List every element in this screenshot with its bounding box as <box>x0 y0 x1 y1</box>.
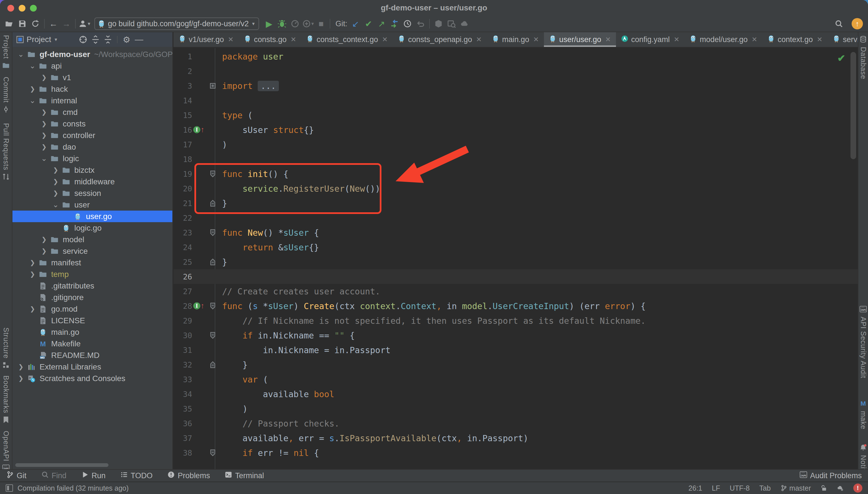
forward-icon[interactable]: → <box>60 18 73 30</box>
tree-item-manifest[interactable]: ❯manifest <box>13 257 173 268</box>
override-up-arrow-icon[interactable]: ↑ <box>201 302 204 310</box>
chevron-right-icon[interactable]: ❯ <box>38 236 50 243</box>
undo-icon[interactable] <box>414 18 427 30</box>
tab-v1-user.go[interactable]: v1/user.go✕ <box>174 32 239 47</box>
stripe-item-bookmarks[interactable]: Bookmarks <box>0 376 12 424</box>
tree-item-makefile[interactable]: MMakefile <box>13 338 173 349</box>
close-icon[interactable]: ✕ <box>476 36 482 43</box>
line-number[interactable]: 34 <box>174 390 192 399</box>
chevron-right-icon[interactable]: ❯ <box>38 144 50 151</box>
fold-minus-icon[interactable] <box>210 332 216 339</box>
line-number[interactable]: 15 <box>174 111 192 120</box>
tree-item-dao[interactable]: ❯dao <box>13 141 173 153</box>
file-encoding[interactable]: UTF-8 <box>729 484 749 492</box>
profiler-icon[interactable] <box>289 18 302 30</box>
line-number[interactable]: 31 <box>174 346 192 355</box>
tree-item-scratches-and-consoles[interactable]: ❯Scratches and Consoles <box>13 373 173 384</box>
stripe-item-project[interactable]: Project <box>0 35 12 70</box>
update-available-badge[interactable]: ↑ <box>852 18 863 30</box>
hide-icon[interactable]: — <box>133 33 145 46</box>
tree-item-logic[interactable]: ⌄logic <box>13 153 173 164</box>
fold-minus-icon[interactable] <box>210 303 216 309</box>
chevron-right-icon[interactable]: ❯ <box>27 271 38 278</box>
layout-icon[interactable] <box>6 484 13 492</box>
error-notification-badge[interactable]: ! <box>853 483 862 493</box>
stripe-item-structure[interactable]: Structure <box>0 327 12 370</box>
save-icon[interactable] <box>16 18 29 30</box>
tree-item-temp[interactable]: ❯temp <box>13 268 173 280</box>
chevron-right-icon[interactable]: ❯ <box>50 167 61 174</box>
tree-item-gf-demo-user[interactable]: ⌄gf-demo-user~/Workspace/Go/GOPA <box>13 49 173 60</box>
line-number[interactable]: 23 <box>174 228 192 237</box>
tree-item-external-libraries[interactable]: ❯External Libraries <box>13 361 173 373</box>
git-push-icon[interactable]: ↗ <box>375 18 388 30</box>
line-number[interactable]: 28 <box>174 302 192 310</box>
stripe-item-openapi[interactable]: OpenAPI/API <box>0 431 12 473</box>
close-icon[interactable]: ✕ <box>674 36 679 43</box>
chevron-right-icon[interactable]: ❯ <box>38 132 50 139</box>
line-number[interactable]: 29 <box>174 317 192 325</box>
implemented-marker-icon[interactable]: I <box>193 126 200 133</box>
tab-user-user.go[interactable]: user/user.go✕ <box>544 32 616 47</box>
caret-position[interactable]: 26:1 <box>689 484 702 492</box>
cloud-settings-icon[interactable] <box>837 485 844 492</box>
tree-item-middleware[interactable]: ❯middleware <box>13 176 173 187</box>
fold-end-icon[interactable] <box>210 259 216 265</box>
close-icon[interactable]: ✕ <box>382 36 388 43</box>
status-message[interactable]: Compilation failed (32 minutes ago) <box>18 484 129 492</box>
chevron-right-icon[interactable]: ❯ <box>27 305 38 313</box>
line-number[interactable]: 20 <box>174 184 192 193</box>
user-icon[interactable]: ▾ <box>78 18 91 30</box>
play-icon[interactable]: ▶ <box>263 18 275 30</box>
chevron-right-icon[interactable]: ❯ <box>27 259 38 266</box>
toolwindow-button-find[interactable]: Find <box>41 471 67 480</box>
toolwindow-button-git[interactable]: Git <box>6 471 26 480</box>
lock-icon[interactable] <box>820 485 827 492</box>
tree-item-readme.md[interactable]: MDREADME.MD <box>13 349 173 361</box>
project-panel-title[interactable]: Project <box>26 35 51 44</box>
locate-icon[interactable] <box>77 33 89 46</box>
line-number[interactable]: 17 <box>174 140 192 149</box>
tree-item-api[interactable]: ⌄api <box>13 60 173 72</box>
line-number[interactable]: 27 <box>174 287 192 296</box>
stripe-item-pull-requests[interactable]: Pull Requests <box>0 123 12 182</box>
tree-item-internal[interactable]: ⌄internal <box>13 95 173 107</box>
chevron-down-icon[interactable]: ⌄ <box>38 154 50 163</box>
run-configuration-select[interactable]: go build github.com/gogf/gf-demo-user/v2… <box>94 18 259 30</box>
history-icon[interactable] <box>401 18 414 30</box>
tab-consts-openapi.go[interactable]: consts_openapi.go✕ <box>393 32 487 47</box>
implemented-marker-icon[interactable]: I <box>193 302 200 309</box>
chevron-down-icon[interactable]: ⌄ <box>15 50 26 59</box>
back-icon[interactable]: ← <box>47 18 60 30</box>
line-number[interactable]: 19 <box>174 170 192 178</box>
close-icon[interactable]: ✕ <box>605 36 611 43</box>
line-number[interactable]: 26 <box>174 272 192 281</box>
line-number[interactable]: 24 <box>174 243 192 252</box>
git-update-icon[interactable]: ↙ <box>349 18 362 30</box>
expand-all-icon[interactable] <box>90 33 101 46</box>
line-number[interactable]: 14 <box>174 96 192 105</box>
tree-item-user[interactable]: ⌄user <box>13 199 173 211</box>
line-number[interactable]: 16 <box>174 126 192 134</box>
package-icon[interactable] <box>432 18 445 30</box>
tree-item-v1[interactable]: ❯v1 <box>13 72 173 83</box>
toolwindow-button-run[interactable]: Run <box>81 471 106 480</box>
close-icon[interactable]: ✕ <box>533 36 539 43</box>
git-branch[interactable]: master <box>780 484 811 492</box>
tab-config.yaml[interactable]: config.yaml✕ <box>616 32 685 47</box>
toolwindow-button-problems[interactable]: Problems <box>167 471 210 480</box>
chevron-right-icon[interactable]: ❯ <box>38 120 50 128</box>
find-usages-icon[interactable] <box>445 18 458 30</box>
fold-end-icon[interactable] <box>210 361 216 368</box>
chevron-right-icon[interactable]: ❯ <box>15 363 26 370</box>
stripe-item-database[interactable]: Database <box>858 36 868 79</box>
line-number[interactable]: 22 <box>174 214 192 223</box>
line-number[interactable]: 18 <box>174 155 192 164</box>
horizontal-scrollbar[interactable] <box>15 463 109 467</box>
tree-item-user.go[interactable]: user.go <box>13 211 173 222</box>
tree-item-logic.go[interactable]: logic.go <box>13 222 173 234</box>
debug-icon[interactable] <box>275 18 289 30</box>
line-number[interactable]: 36 <box>174 419 192 428</box>
line-number[interactable]: 3 <box>174 81 192 90</box>
chevron-down-icon[interactable]: ▾ <box>55 36 57 43</box>
